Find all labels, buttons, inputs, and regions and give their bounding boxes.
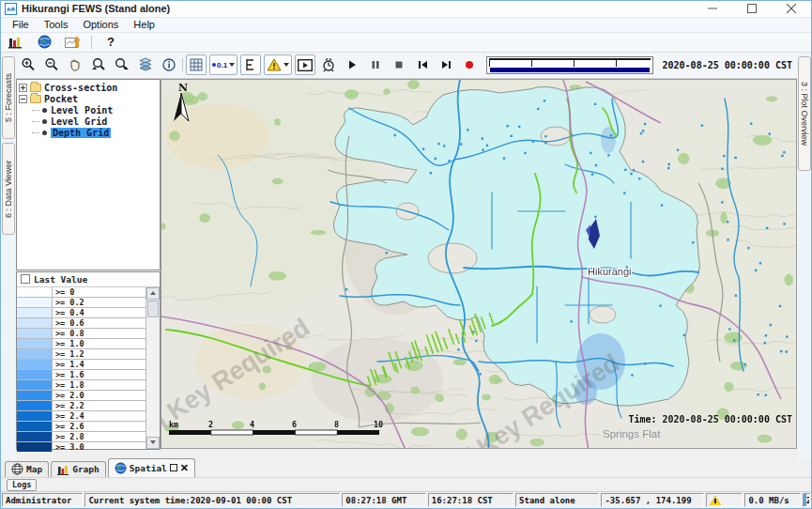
tab-close-icon[interactable]: ✕ bbox=[180, 462, 189, 474]
zoom-next-button[interactable] bbox=[112, 54, 132, 75]
warnings-dropdown[interactable] bbox=[264, 54, 292, 75]
legend-row[interactable]: >= 0.2 bbox=[17, 298, 146, 308]
map-view[interactable]: API Key Required API Key Required Hikura… bbox=[161, 79, 797, 449]
zoom-out-button[interactable] bbox=[41, 54, 62, 75]
tree-item-pocket[interactable]: Pocket bbox=[19, 94, 158, 105]
legend-row[interactable]: >= 2.2 bbox=[17, 401, 146, 411]
menu-help[interactable]: Help bbox=[126, 19, 162, 30]
zoom-in-button[interactable] bbox=[18, 54, 38, 75]
logs-button[interactable]: Logs bbox=[7, 479, 37, 491]
tree-connector bbox=[32, 110, 39, 111]
database-button[interactable] bbox=[7, 34, 25, 51]
tree-item-label: Depth Grid bbox=[51, 128, 111, 138]
tab-spatial[interactable]: Spatial ✕ bbox=[108, 458, 195, 477]
minimize-button[interactable] bbox=[693, 1, 732, 17]
legend-row[interactable]: >= 1.0 bbox=[17, 339, 146, 349]
expand-icon[interactable] bbox=[19, 84, 27, 92]
animation-settings-button[interactable] bbox=[318, 54, 339, 75]
legend-row[interactable]: >= 0 bbox=[17, 287, 146, 298]
class-interval-dropdown[interactable]: 0.1 bbox=[209, 54, 237, 75]
zoom-in-icon bbox=[21, 57, 36, 72]
legend-row[interactable]: >= 2.0 bbox=[17, 391, 146, 401]
legend-title: Last Value bbox=[34, 274, 87, 285]
menu-tools[interactable]: Tools bbox=[37, 19, 76, 30]
legend-row[interactable]: >= 1.4 bbox=[17, 360, 146, 370]
scroll-thumb[interactable] bbox=[147, 301, 159, 317]
map-canvas[interactable]: API Key Required API Key Required Hikura… bbox=[161, 80, 797, 449]
legend-swatch bbox=[17, 422, 53, 431]
record-button[interactable] bbox=[459, 54, 480, 75]
tree-item-level-grid[interactable]: Level Grid bbox=[19, 116, 158, 128]
collapse-icon[interactable] bbox=[19, 95, 27, 103]
legend-list: >= 0 >= 0.2 >= 0.4 >= 0.6 >= 0.8 >= 1.0 … bbox=[17, 287, 146, 449]
menu-file[interactable]: File bbox=[5, 19, 37, 30]
legend-row[interactable]: >= 2.6 bbox=[17, 422, 146, 432]
time-slider-range-bar[interactable] bbox=[490, 68, 649, 72]
scroll-track[interactable] bbox=[146, 300, 160, 437]
legend-row[interactable]: >= 0.4 bbox=[17, 308, 146, 318]
pause-button[interactable] bbox=[365, 54, 386, 75]
close-button[interactable] bbox=[772, 1, 811, 17]
help-button[interactable]: ? bbox=[101, 34, 120, 51]
tab-maximize-icon[interactable] bbox=[170, 464, 177, 471]
tab-plot-overview[interactable]: 3 : Plot Overview bbox=[798, 56, 811, 171]
tab-map[interactable]: Map bbox=[5, 461, 49, 477]
timeseries-button[interactable] bbox=[63, 34, 82, 51]
status-warning-cell[interactable] bbox=[706, 493, 743, 507]
warning-icon bbox=[267, 58, 282, 71]
animation-export-button[interactable] bbox=[295, 54, 315, 75]
legend-row[interactable]: >= 0.8 bbox=[17, 329, 146, 339]
globe-icon bbox=[38, 35, 52, 49]
grid-toggle-button[interactable] bbox=[186, 54, 207, 75]
menu-bar: File Tools Options Help bbox=[1, 18, 811, 34]
stop-button[interactable] bbox=[389, 54, 409, 75]
main-area: 5 : Forecasts 6 : Data Viewer bbox=[1, 53, 811, 458]
last-frame-button[interactable] bbox=[436, 54, 456, 75]
legend-scrollbar[interactable] bbox=[146, 287, 160, 449]
scroll-up-button[interactable] bbox=[146, 287, 160, 300]
app-icon bbox=[5, 3, 17, 15]
zoom-next-icon bbox=[115, 57, 130, 72]
movie-icon bbox=[298, 59, 313, 71]
last-value-checkbox[interactable] bbox=[21, 274, 30, 284]
legend-swatch bbox=[17, 360, 53, 369]
legend-row[interactable]: >= 0.6 bbox=[17, 318, 146, 329]
zoom-previous-button[interactable] bbox=[88, 54, 109, 75]
tab-data-viewer[interactable]: 6 : Data Viewer bbox=[2, 143, 15, 235]
pan-button[interactable] bbox=[65, 54, 85, 75]
hand-icon bbox=[68, 57, 83, 72]
time-slider[interactable] bbox=[486, 56, 652, 74]
legend-swatch bbox=[17, 298, 53, 307]
play-button[interactable] bbox=[342, 54, 362, 75]
legend-row[interactable]: >= 2.8 bbox=[17, 432, 146, 442]
layers-panel: Cross-section Pocket Level Point bbox=[16, 79, 161, 458]
info-button[interactable] bbox=[159, 54, 179, 75]
tree-item-cross-section[interactable]: Cross-section bbox=[19, 83, 158, 94]
tab-graph[interactable]: Graph bbox=[51, 461, 106, 477]
time-slider-ticks bbox=[489, 58, 650, 67]
legend-label: >= 1.0 bbox=[53, 339, 84, 348]
interval-value: 0.1 bbox=[217, 61, 227, 69]
status-mode: Stand alone bbox=[515, 493, 599, 507]
tab-map-label: Map bbox=[26, 464, 42, 474]
first-frame-button[interactable] bbox=[412, 54, 433, 75]
zoom-previous-icon bbox=[91, 57, 106, 72]
legend-label: >= 2.2 bbox=[53, 401, 84, 410]
stop-icon bbox=[393, 59, 405, 70]
right-tab-strip: 3 : Plot Overview bbox=[797, 53, 811, 458]
tree-item-depth-grid[interactable]: Depth Grid bbox=[19, 128, 158, 139]
legend-label: >= 0.6 bbox=[53, 318, 84, 328]
legend-swatch bbox=[17, 339, 53, 348]
layers-button[interactable] bbox=[135, 54, 156, 75]
legend-row[interactable]: >= 1.2 bbox=[17, 349, 146, 360]
maximize-button[interactable] bbox=[732, 1, 772, 17]
menu-options[interactable]: Options bbox=[75, 19, 126, 30]
scale-bar-toggle-button[interactable] bbox=[240, 54, 261, 75]
map-display-button[interactable] bbox=[35, 34, 54, 51]
scroll-down-button[interactable] bbox=[146, 437, 160, 449]
tree-item-level-point[interactable]: Level Point bbox=[19, 105, 158, 116]
legend-row[interactable]: >= 2.4 bbox=[17, 411, 146, 422]
legend-row[interactable]: >= 1.6 bbox=[17, 370, 146, 380]
tab-forecasts[interactable]: 5 : Forecasts bbox=[2, 56, 15, 139]
legend-row[interactable]: >= 1.8 bbox=[17, 380, 146, 391]
